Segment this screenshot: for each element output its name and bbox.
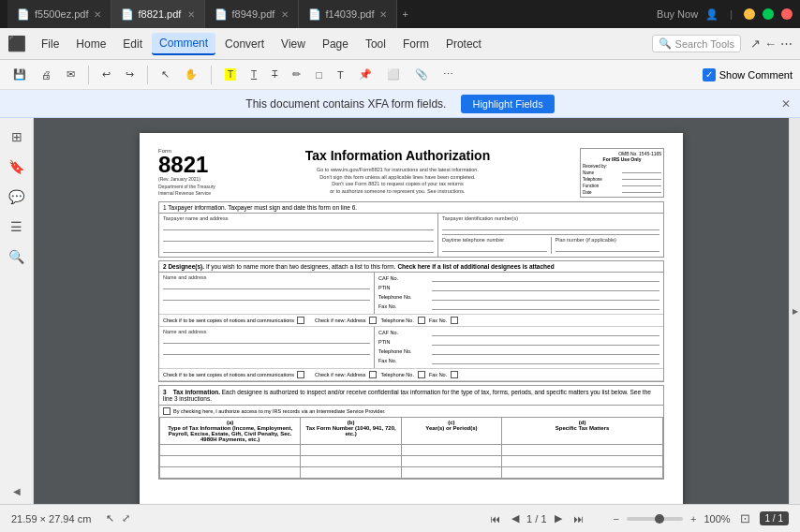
pdf-viewer[interactable]: Form 8821 (Rev. January 2021) Department…	[34, 118, 789, 504]
first-page-button[interactable]: ⏮	[486, 511, 504, 526]
copies-checkbox-1[interactable]	[297, 317, 304, 324]
table-row	[160, 445, 663, 456]
sidebar-bookmark-icon[interactable]: 🔖	[6, 155, 28, 178]
page-indicator: 1 / 1	[760, 511, 789, 525]
menu-comment[interactable]: Comment	[152, 33, 215, 55]
separator-3	[211, 66, 212, 84]
menu-convert[interactable]: Convert	[217, 34, 272, 54]
zoom-in-button[interactable]: +	[687, 511, 700, 526]
print-icon: 🖨	[41, 69, 52, 81]
prev-page-button[interactable]: ◀	[508, 510, 523, 526]
search-box[interactable]: 🔍 Search Tools	[652, 35, 741, 52]
show-comment-toggle[interactable]: ✓ Show Comment	[703, 68, 793, 81]
save-icon: 💾	[13, 68, 26, 81]
zoom-out-button[interactable]: −	[610, 511, 623, 526]
sidebar-search-icon[interactable]: 🔍	[6, 245, 28, 268]
tab-f5500ez[interactable]: 📄 f5500ez.pdf ✕	[7, 0, 111, 28]
menu-bar: ⬛ File Home Edit Comment Convert View Pa…	[0, 28, 800, 60]
new-fax-checkbox-2[interactable]	[451, 371, 458, 378]
menu-view[interactable]: View	[274, 34, 313, 54]
separator-2	[147, 66, 148, 84]
tab-f8949[interactable]: 📄 f8949.pdf ✕	[205, 0, 299, 28]
new-address-checkbox-2[interactable]	[369, 371, 377, 378]
maximize-button[interactable]	[763, 8, 774, 20]
section2-header: 2 Designee(s). If you wish to name more …	[159, 261, 663, 273]
toolbar-underline[interactable]: T	[245, 66, 262, 82]
pdf-icon-2: 📄	[121, 8, 134, 21]
toolbar-strikethrough[interactable]: T	[266, 66, 283, 82]
new-phone-checkbox-2[interactable]	[418, 371, 425, 378]
external-link-icon[interactable]: ↗	[750, 37, 761, 51]
toolbar-more[interactable]: ⋯	[437, 66, 459, 83]
toolbar-shapes[interactable]: □	[310, 66, 328, 83]
copies-row-1: Check if to be sent copies of notices an…	[159, 315, 663, 327]
toolbar-redo[interactable]: ↪	[120, 66, 140, 83]
new-phone-checkbox-1[interactable]	[418, 317, 425, 324]
toolbar-hand[interactable]: ✋	[179, 66, 203, 83]
zoom-controls: − + 100%	[610, 511, 731, 526]
toolbar-cursor[interactable]: ↖	[156, 66, 175, 83]
menu-page[interactable]: Page	[315, 34, 356, 54]
tab-bar: 📄 f5500ez.pdf ✕ 📄 f8821.pdf ✕ 📄 f8949.pd…	[7, 0, 657, 28]
menu-home[interactable]: Home	[68, 34, 113, 54]
tab-f14039[interactable]: 📄 f14039.pdf ✕	[299, 0, 397, 28]
back-icon[interactable]: ←	[764, 37, 777, 51]
zoom-percent-label: 100%	[704, 513, 730, 525]
taxpayer-name-address: Taxpayer name and address	[159, 214, 438, 257]
menu-tool[interactable]: Tool	[358, 34, 393, 54]
title-bar: 📄 f5500ez.pdf ✕ 📄 f8821.pdf ✕ 📄 f8949.pd…	[0, 0, 800, 28]
minimize-button[interactable]	[744, 8, 755, 20]
copies-checkbox-2[interactable]	[297, 371, 304, 378]
new-fax-checkbox-1[interactable]	[451, 317, 458, 324]
buy-now-link[interactable]: Buy Now	[657, 8, 698, 20]
tab-close-3[interactable]: ✕	[379, 9, 387, 20]
tab-close-0[interactable]: ✕	[94, 9, 101, 20]
toolbar-pencil[interactable]: ✏	[287, 66, 306, 83]
new-address-checkbox-1[interactable]	[369, 317, 377, 324]
more-icon[interactable]: ⋯	[780, 37, 793, 51]
right-sidebar-toggle[interactable]: ▶	[789, 118, 800, 504]
strikethrough-icon: T	[272, 69, 277, 80]
toolbar-attach[interactable]: 📎	[409, 66, 434, 83]
col-a-header: (a) Type of Tax Information (Income, Emp…	[160, 418, 301, 445]
highlight-fields-button[interactable]: Highlight Fields	[461, 95, 554, 113]
separator-1	[88, 66, 89, 84]
toolbar-text[interactable]: T	[332, 66, 349, 83]
toolbar-email[interactable]: ✉	[61, 66, 81, 83]
toolbar-undo[interactable]: ↩	[96, 66, 116, 83]
fit-page-button[interactable]: ⊡	[738, 510, 752, 527]
toolbar-sticky[interactable]: 📌	[353, 66, 378, 83]
section2-designee: 2 Designee(s). If you wish to name more …	[158, 260, 664, 382]
next-page-button[interactable]: ▶	[551, 510, 566, 526]
close-button[interactable]	[781, 8, 793, 20]
sidebar-layers-icon[interactable]: ☰	[6, 215, 28, 238]
toolbar-highlight[interactable]: T	[219, 66, 242, 83]
tab-f8821[interactable]: 📄 f8821.pdf ✕	[111, 0, 205, 28]
menu-file[interactable]: File	[34, 34, 67, 54]
right-chevron-icon: ▶	[793, 307, 798, 316]
last-page-button[interactable]: ⏭	[570, 511, 587, 526]
menu-protect[interactable]: Protect	[438, 34, 489, 54]
tax-table: (a) Type of Tax Information (Income, Emp…	[159, 417, 663, 479]
zoom-slider[interactable]	[627, 517, 683, 521]
show-comment-checkbox[interactable]: ✓	[703, 68, 716, 81]
cursor-icon: ↖	[106, 512, 114, 525]
menu-edit[interactable]: Edit	[115, 34, 150, 54]
isp-checkbox[interactable]	[163, 407, 170, 415]
toolbar-stamp[interactable]: ⬜	[381, 66, 406, 83]
underline-icon: T	[251, 69, 257, 80]
tab-close-2[interactable]: ✕	[281, 9, 289, 20]
new-tab-button[interactable]: +	[397, 0, 414, 28]
pdf-icon-4: 📄	[308, 8, 321, 21]
menu-form[interactable]: Form	[395, 34, 437, 54]
sidebar-comment-icon[interactable]: 💬	[6, 185, 28, 208]
sidebar-pages-icon[interactable]: ⊞	[6, 126, 28, 148]
toolbar-save[interactable]: 💾	[7, 66, 32, 83]
sidebar-collapse-arrow[interactable]: ◀	[13, 486, 21, 496]
form-number-block: Form 8821 (Rev. January 2021) Department…	[158, 148, 215, 198]
xfa-close-button[interactable]: ✕	[781, 97, 791, 111]
toolbar-print[interactable]: 🖨	[36, 66, 57, 83]
pdf-icon: 📄	[17, 8, 30, 21]
tab-close-1[interactable]: ✕	[187, 9, 195, 20]
bottom-bar: 21.59 × 27.94 cm ↖ ⤢ ⏮ ◀ 1 / 1 ▶ ⏭ − + 1…	[0, 504, 800, 532]
